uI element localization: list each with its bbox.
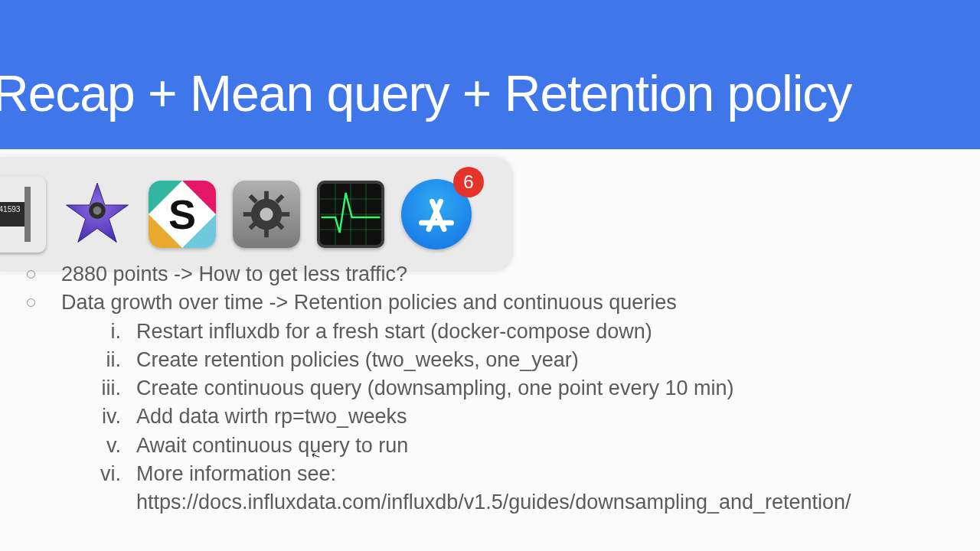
list-numeral: i. [77, 318, 136, 346]
calculator-app-icon[interactable]: 3.141593 [0, 176, 46, 253]
svg-point-2 [93, 206, 102, 214]
calculator-keys [24, 187, 31, 242]
title-bar: Recap + Mean query + Retention policy [0, 0, 980, 149]
list-text: Create retention policies (two_weeks, on… [136, 346, 980, 374]
list-item: ii. Create retention policies (two_weeks… [0, 346, 980, 374]
list-numeral: iii. [77, 374, 136, 403]
svg-rect-5 [264, 229, 269, 238]
slide-body: 2880 points -> How to get less traffic? … [0, 256, 980, 517]
bullet-icon [27, 270, 35, 279]
list-item: i. Restart influxdb for a fresh start (d… [0, 318, 980, 346]
svg-rect-6 [243, 212, 253, 217]
pulse-icon [320, 184, 381, 245]
notification-badge: 6 [453, 167, 484, 197]
svg-rect-10 [275, 194, 284, 204]
list-item: iv. Add data wirth rp=two_weeks [0, 403, 980, 431]
list-text: Restart influxdb for a fresh start (dock… [136, 318, 980, 346]
slide-title: Recap + Mean query + Retention policy [0, 64, 851, 122]
list-item: iii. Create continuous query (downsampli… [0, 374, 980, 403]
list-numeral: v. [77, 432, 136, 460]
bullet-icon [27, 298, 35, 307]
system-preferences-app-icon[interactable] [233, 181, 300, 248]
list-url: https://docs.influxdata.com/influxdb/v1.… [136, 488, 980, 517]
slack-app-icon[interactable]: S [149, 181, 216, 248]
svg-point-12 [260, 207, 273, 220]
list-item: vi. More information see: [0, 460, 980, 488]
svg-rect-8 [249, 194, 258, 204]
bullet-text: 2880 points -> How to get less traffic? [61, 260, 980, 289]
activity-monitor-app-icon[interactable] [317, 181, 384, 248]
svg-rect-7 [281, 212, 290, 217]
svg-rect-4 [264, 191, 269, 201]
slack-letter: S [149, 181, 216, 248]
bullet-text: Data growth over time -> Retention polic… [61, 289, 980, 317]
bullet-item: Data growth over time -> Retention polic… [0, 289, 980, 317]
calculator-display: 3.141593 [0, 202, 24, 227]
list-text: Add data wirth rp=two_weeks [136, 403, 980, 431]
dock: 3.141593 S [0, 157, 513, 272]
list-text: Await continuous query to run [136, 432, 980, 460]
bullet-item: 2880 points -> How to get less traffic? [0, 260, 980, 289]
list-numeral: vi. [77, 460, 136, 488]
list-numeral: iv. [77, 403, 136, 431]
gear-icon [239, 187, 294, 242]
app-store-app-icon[interactable]: 6 [401, 179, 472, 249]
list-text: More information see: [136, 460, 980, 488]
star-icon [63, 171, 132, 259]
list-item-continuation: https://docs.influxdata.com/influxdb/v1.… [0, 488, 980, 517]
list-item: v. Await continuous query to run [0, 432, 980, 460]
list-numeral: ii. [77, 346, 136, 374]
list-text: Create continuous query (downsampling, o… [136, 374, 980, 403]
appstore-a-icon [415, 193, 458, 236]
imovie-app-icon[interactable] [63, 180, 132, 249]
